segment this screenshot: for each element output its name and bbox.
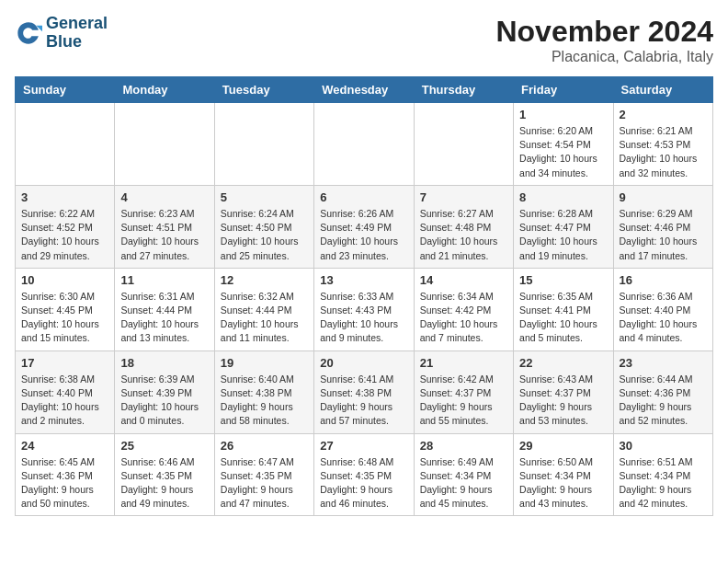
- day-number: 12: [221, 273, 308, 287]
- day-number: 7: [420, 190, 507, 204]
- day-number: 24: [21, 439, 108, 453]
- day-number: 14: [420, 273, 507, 287]
- day-number: 30: [620, 439, 707, 453]
- calendar-header-friday: Friday: [514, 77, 613, 103]
- day-number: 2: [620, 108, 707, 121]
- day-info: Sunrise: 6:39 AMSunset: 4:39 PMDaylight:…: [120, 373, 208, 429]
- day-info: Sunrise: 6:46 AMSunset: 4:35 PMDaylight:…: [120, 455, 208, 511]
- calendar-header-row: SundayMondayTuesdayWednesdayThursdayFrid…: [16, 77, 713, 103]
- calendar-cell: 23Sunrise: 6:44 AMSunset: 4:36 PMDayligh…: [613, 350, 712, 433]
- calendar-header-wednesday: Wednesday: [314, 77, 414, 103]
- logo-line1: General: [46, 15, 108, 33]
- day-number: 9: [620, 190, 707, 204]
- calendar-cell: 11Sunrise: 6:31 AMSunset: 4:44 PMDayligh…: [115, 268, 214, 350]
- day-info: Sunrise: 6:49 AMSunset: 4:34 PMDaylight:…: [420, 455, 507, 511]
- day-number: 4: [120, 190, 208, 204]
- calendar-cell: [214, 103, 313, 186]
- day-number: 13: [320, 273, 407, 287]
- calendar-cell: [115, 103, 214, 186]
- day-info: Sunrise: 6:27 AMSunset: 4:48 PMDaylight:…: [420, 207, 507, 263]
- day-info: Sunrise: 6:50 AMSunset: 4:34 PMDaylight:…: [519, 455, 607, 511]
- calendar-cell: 4Sunrise: 6:23 AMSunset: 4:51 PMDaylight…: [115, 185, 214, 268]
- day-info: Sunrise: 6:29 AMSunset: 4:46 PMDaylight:…: [620, 207, 707, 263]
- calendar-cell: 1Sunrise: 6:20 AMSunset: 4:54 PMDaylight…: [514, 103, 613, 186]
- day-info: Sunrise: 6:42 AMSunset: 4:37 PMDaylight:…: [420, 373, 507, 429]
- day-number: 25: [120, 439, 208, 453]
- day-info: Sunrise: 6:44 AMSunset: 4:36 PMDaylight:…: [620, 373, 707, 429]
- calendar-cell: 8Sunrise: 6:28 AMSunset: 4:47 PMDaylight…: [514, 185, 613, 268]
- calendar-table: SundayMondayTuesdayWednesdayThursdayFrid…: [15, 76, 713, 516]
- calendar-header-tuesday: Tuesday: [214, 77, 313, 103]
- day-info: Sunrise: 6:23 AMSunset: 4:51 PMDaylight:…: [120, 207, 208, 263]
- day-number: 19: [221, 356, 308, 370]
- calendar-cell: 21Sunrise: 6:42 AMSunset: 4:37 PMDayligh…: [414, 350, 513, 433]
- calendar-week-row: 10Sunrise: 6:30 AMSunset: 4:45 PMDayligh…: [16, 268, 713, 350]
- day-info: Sunrise: 6:21 AMSunset: 4:53 PMDaylight:…: [620, 124, 707, 180]
- calendar-header-monday: Monday: [115, 77, 214, 103]
- title-area: November 2024 Placanica, Calabria, Italy: [495, 15, 713, 65]
- day-info: Sunrise: 6:31 AMSunset: 4:44 PMDaylight:…: [120, 290, 208, 346]
- day-number: 23: [620, 356, 707, 370]
- calendar-cell: 16Sunrise: 6:36 AMSunset: 4:40 PMDayligh…: [613, 268, 712, 350]
- logo-line2: Blue: [46, 33, 108, 52]
- day-number: 1: [519, 108, 607, 121]
- calendar-cell: 3Sunrise: 6:22 AMSunset: 4:52 PMDaylight…: [16, 185, 115, 268]
- day-number: 5: [221, 190, 308, 204]
- calendar-week-row: 24Sunrise: 6:45 AMSunset: 4:36 PMDayligh…: [16, 433, 713, 516]
- day-info: Sunrise: 6:26 AMSunset: 4:49 PMDaylight:…: [320, 207, 407, 263]
- day-number: 16: [620, 273, 707, 287]
- calendar-cell: 6Sunrise: 6:26 AMSunset: 4:49 PMDaylight…: [314, 185, 414, 268]
- day-number: 27: [320, 439, 407, 453]
- day-info: Sunrise: 6:32 AMSunset: 4:44 PMDaylight:…: [221, 290, 308, 346]
- day-info: Sunrise: 6:34 AMSunset: 4:42 PMDaylight:…: [420, 290, 507, 346]
- calendar-header-sunday: Sunday: [16, 77, 115, 103]
- calendar-cell: 25Sunrise: 6:46 AMSunset: 4:35 PMDayligh…: [115, 433, 214, 516]
- day-info: Sunrise: 6:22 AMSunset: 4:52 PMDaylight:…: [21, 207, 108, 263]
- calendar-week-row: 17Sunrise: 6:38 AMSunset: 4:40 PMDayligh…: [16, 350, 713, 433]
- day-info: Sunrise: 6:38 AMSunset: 4:40 PMDaylight:…: [21, 373, 108, 429]
- calendar-cell: 30Sunrise: 6:51 AMSunset: 4:34 PMDayligh…: [613, 433, 712, 516]
- day-info: Sunrise: 6:41 AMSunset: 4:38 PMDaylight:…: [320, 373, 407, 429]
- day-info: Sunrise: 6:30 AMSunset: 4:45 PMDaylight:…: [21, 290, 108, 346]
- calendar-header-saturday: Saturday: [613, 77, 712, 103]
- calendar-cell: 20Sunrise: 6:41 AMSunset: 4:38 PMDayligh…: [314, 350, 414, 433]
- day-number: 6: [320, 190, 407, 204]
- logo-text: General Blue: [46, 15, 108, 52]
- day-number: 8: [519, 190, 607, 204]
- page-header: General Blue November 2024 Placanica, Ca…: [15, 15, 713, 65]
- day-number: 29: [519, 439, 607, 453]
- calendar-cell: 2Sunrise: 6:21 AMSunset: 4:53 PMDaylight…: [613, 103, 712, 186]
- calendar-cell: 24Sunrise: 6:45 AMSunset: 4:36 PMDayligh…: [16, 433, 115, 516]
- calendar-cell: 28Sunrise: 6:49 AMSunset: 4:34 PMDayligh…: [414, 433, 513, 516]
- day-number: 11: [120, 273, 208, 287]
- day-number: 26: [221, 439, 308, 453]
- calendar-header-thursday: Thursday: [414, 77, 513, 103]
- day-number: 10: [21, 273, 108, 287]
- day-info: Sunrise: 6:45 AMSunset: 4:36 PMDaylight:…: [21, 455, 108, 511]
- logo: General Blue: [15, 15, 108, 52]
- calendar-cell: 12Sunrise: 6:32 AMSunset: 4:44 PMDayligh…: [214, 268, 313, 350]
- day-info: Sunrise: 6:20 AMSunset: 4:54 PMDaylight:…: [519, 124, 607, 180]
- day-info: Sunrise: 6:51 AMSunset: 4:34 PMDaylight:…: [620, 455, 707, 511]
- day-info: Sunrise: 6:43 AMSunset: 4:37 PMDaylight:…: [519, 373, 607, 429]
- calendar-cell: 22Sunrise: 6:43 AMSunset: 4:37 PMDayligh…: [514, 350, 613, 433]
- logo-icon: [15, 19, 42, 47]
- calendar-cell: 19Sunrise: 6:40 AMSunset: 4:38 PMDayligh…: [214, 350, 313, 433]
- month-title: November 2024: [495, 15, 713, 49]
- day-number: 17: [21, 356, 108, 370]
- day-number: 22: [519, 356, 607, 370]
- day-info: Sunrise: 6:47 AMSunset: 4:35 PMDaylight:…: [221, 455, 308, 511]
- calendar-cell: 15Sunrise: 6:35 AMSunset: 4:41 PMDayligh…: [514, 268, 613, 350]
- day-info: Sunrise: 6:48 AMSunset: 4:35 PMDaylight:…: [320, 455, 407, 511]
- day-info: Sunrise: 6:40 AMSunset: 4:38 PMDaylight:…: [221, 373, 308, 429]
- calendar-cell: [16, 103, 115, 186]
- location-title: Placanica, Calabria, Italy: [495, 49, 713, 65]
- calendar-cell: 27Sunrise: 6:48 AMSunset: 4:35 PMDayligh…: [314, 433, 414, 516]
- calendar-cell: [314, 103, 414, 186]
- day-info: Sunrise: 6:28 AMSunset: 4:47 PMDaylight:…: [519, 207, 607, 263]
- day-info: Sunrise: 6:33 AMSunset: 4:43 PMDaylight:…: [320, 290, 407, 346]
- day-number: 21: [420, 356, 507, 370]
- day-number: 15: [519, 273, 607, 287]
- calendar-cell: 7Sunrise: 6:27 AMSunset: 4:48 PMDaylight…: [414, 185, 513, 268]
- calendar-week-row: 1Sunrise: 6:20 AMSunset: 4:54 PMDaylight…: [16, 103, 713, 186]
